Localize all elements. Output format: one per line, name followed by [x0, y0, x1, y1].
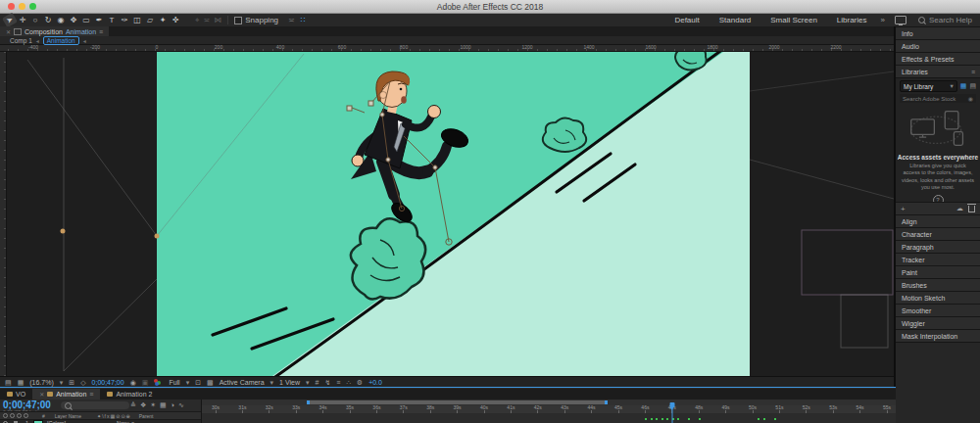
timeline-toggle-icon[interactable]: ✶	[150, 401, 156, 409]
workspace-standard[interactable]: Standard	[719, 16, 751, 24]
fast-previews-icon[interactable]	[324, 379, 330, 386]
snap-angle-icon[interactable]: ≍	[288, 16, 295, 24]
cloud-sync-icon[interactable]: ☁	[956, 205, 963, 212]
camera-caret-icon[interactable]	[270, 379, 274, 386]
timeline-toggle-icon[interactable]: ❖	[140, 401, 146, 409]
brush-tool[interactable]: ✑	[119, 15, 130, 25]
timeline-toggle-icon[interactable]: ▦	[160, 401, 167, 409]
list-view-icon[interactable]: ▤	[969, 82, 976, 90]
pen-tool[interactable]: ✒	[93, 15, 105, 25]
panel-character-header[interactable]: Character	[896, 227, 980, 240]
keyframe-mark[interactable]	[662, 418, 663, 420]
horizontal-ruler[interactable]: -400-20002004006008001000120014001600180…	[8, 45, 894, 52]
panel-menu-icon[interactable]: ≡	[971, 69, 975, 75]
panel-wiggler-header[interactable]: Wiggler	[896, 316, 980, 329]
timeline-tab-vo[interactable]: VO	[0, 389, 32, 400]
resolution-value[interactable]: Full	[169, 379, 179, 386]
always-preview-icon[interactable]	[5, 379, 12, 386]
workspace-libraries[interactable]: Libraries	[837, 16, 867, 24]
timeline-toggle-icon[interactable]: ◑	[171, 401, 174, 409]
clone-stamp-tool[interactable]: ◫	[131, 15, 143, 25]
workspace-small-screen[interactable]: Small Screen	[770, 16, 817, 24]
flowchart-icon[interactable]	[346, 379, 350, 386]
composition-viewer[interactable]	[0, 52, 894, 376]
comp-timecode[interactable]: 0;00;47;00	[92, 379, 124, 386]
snapping-checkbox[interactable]	[234, 17, 242, 24]
selection-tool[interactable]: ➤	[2, 13, 18, 28]
workspace-default[interactable]: Default	[674, 16, 699, 24]
show-snapshot-icon[interactable]	[142, 379, 149, 386]
pan-behind-tool[interactable]: ✥	[68, 15, 79, 25]
panel-brushes-header[interactable]: Brushes	[896, 278, 980, 291]
panel-paragraph-header[interactable]: Paragraph	[896, 240, 980, 253]
type-tool[interactable]: T	[106, 15, 118, 25]
transparency-grid-icon[interactable]	[207, 379, 214, 386]
breadcrumb-root[interactable]: Comp 1	[10, 37, 32, 44]
puppet-pin-tool[interactable]: ✜	[170, 15, 181, 25]
panel-menu-icon[interactable]: ≡	[99, 28, 103, 35]
panel-info-header[interactable]: Info	[896, 26, 980, 39]
keyframe-mark[interactable]	[763, 418, 765, 420]
axis-mode-icons[interactable]: ⌖≍⋈	[195, 16, 221, 25]
vertical-ruler[interactable]	[0, 52, 7, 376]
magnification-value[interactable]: (16.7%)	[29, 379, 54, 386]
keyframe-mark[interactable]	[677, 418, 679, 420]
view-layout-caret-icon[interactable]	[306, 379, 310, 386]
keyframe-mark[interactable]	[758, 418, 760, 420]
panel-tracker-header[interactable]: Tracker	[896, 253, 980, 265]
composition-canvas[interactable]	[157, 52, 750, 376]
rectangle-tool[interactable]: ▭	[80, 15, 92, 25]
view-camera-value[interactable]: Active Camera	[220, 379, 265, 386]
display-icon[interactable]	[895, 16, 906, 24]
timeline-jump-icon[interactable]	[336, 379, 340, 386]
timeline-tab-animation-2[interactable]: Animation 2	[100, 389, 159, 400]
timeline-tab-animation[interactable]: ✕Animation≡	[32, 389, 100, 400]
grid-view-icon[interactable]: ▦	[960, 82, 967, 90]
timeline-search-input[interactable]	[61, 401, 129, 409]
help-icon[interactable]: ?	[933, 195, 944, 202]
eraser-tool[interactable]: ▱	[144, 15, 156, 25]
channels-icon[interactable]	[154, 379, 163, 386]
keyframe-mark[interactable]	[645, 418, 647, 420]
keyframe-mark[interactable]	[774, 418, 776, 420]
camera-tool[interactable]: ◉	[55, 15, 67, 25]
playhead[interactable]	[667, 400, 676, 423]
snapshot-icon[interactable]	[130, 379, 136, 386]
tab-composition-animation[interactable]: ✕ Composition Animation ≡	[0, 26, 109, 36]
adobe-stock-search-input[interactable]: Search Adobe Stock ◉	[900, 94, 976, 103]
region-of-interest-icon[interactable]	[195, 379, 201, 386]
zoom-tool[interactable]: ○	[29, 15, 41, 25]
panel-audio-header[interactable]: Audio	[896, 39, 980, 52]
keyframe-mark[interactable]	[651, 418, 653, 420]
main-window-icon[interactable]	[18, 379, 24, 386]
breadcrumb-current[interactable]: Animation	[43, 36, 79, 45]
panel-libraries-header[interactable]: Libraries ≡	[896, 65, 980, 77]
library-select[interactable]: My Library ▾	[900, 80, 957, 92]
keyframe-mark[interactable]	[656, 418, 658, 420]
keyframe-mark[interactable]	[688, 418, 690, 420]
panel-motion-sketch-header[interactable]: Motion Sketch	[896, 291, 980, 304]
exposure-reset-icon[interactable]	[357, 379, 363, 386]
timeline-time-area[interactable]: 30s31s32s33s34s35s36s37s38s39s40s41s42s4…	[202, 400, 980, 423]
panel-paint-header[interactable]: Paint	[896, 265, 980, 278]
keyframe-mark[interactable]	[699, 418, 701, 420]
add-library-item-button[interactable]: +	[901, 205, 906, 213]
magnification-caret-icon[interactable]	[60, 379, 64, 386]
view-layout-value[interactable]: 1 View	[279, 379, 300, 386]
help-search[interactable]: Search Help	[918, 16, 972, 24]
layer-handle-dot[interactable]	[61, 229, 66, 234]
rotation-tool[interactable]: ↻	[42, 15, 54, 25]
hand-tool[interactable]: ✛	[17, 15, 28, 25]
panel-effects-presets-header[interactable]: Effects & Presets	[896, 52, 980, 65]
snap-grid-icon[interactable]: ∷	[301, 16, 306, 24]
exposure-value[interactable]: +0.0	[368, 379, 382, 386]
pixel-aspect-icon[interactable]	[316, 379, 319, 386]
panel-menu-icon[interactable]: ≡	[89, 391, 93, 398]
workspace-overflow-icon[interactable]: »	[881, 16, 885, 24]
trash-icon[interactable]	[968, 206, 975, 212]
grid-guides-icon[interactable]	[69, 379, 74, 386]
panel-align-header[interactable]: Align	[896, 214, 980, 227]
timeline-toggle-icon[interactable]: ∿	[178, 401, 184, 409]
snapping-option-icons[interactable]: ≍ ∷	[288, 16, 306, 24]
panel-smoother-header[interactable]: Smoother	[896, 304, 980, 316]
